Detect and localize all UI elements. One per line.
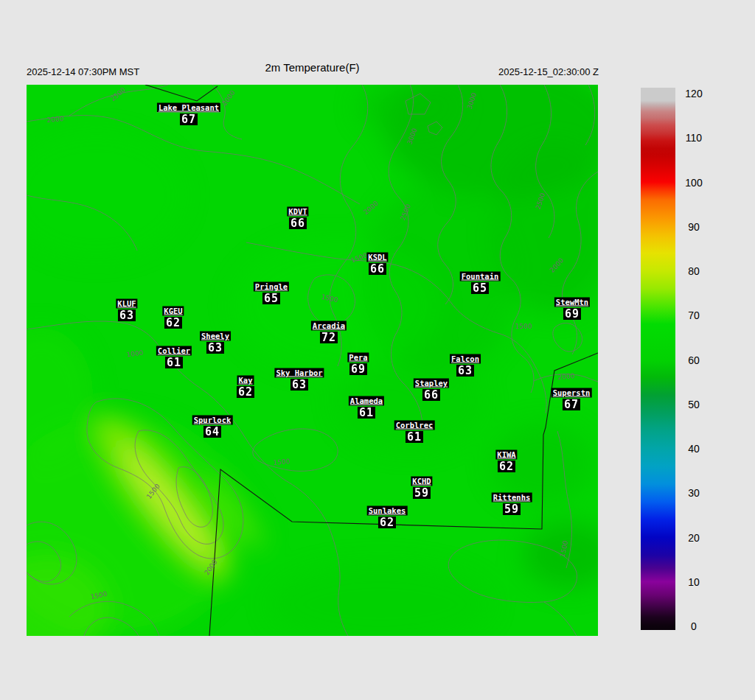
contour-elevation-label: 2000 <box>557 372 575 381</box>
station-value: 65 <box>471 282 489 294</box>
station-name: StewMtn <box>554 298 590 307</box>
station-name: Corblrec <box>394 421 435 430</box>
station-name: Kay <box>237 376 254 385</box>
station-value: 61 <box>358 407 375 419</box>
station-value: 67 <box>180 113 198 125</box>
colorbar-tick-label: 70 <box>688 309 700 321</box>
station-value: 62 <box>378 517 396 528</box>
station-name: Spurlock <box>192 416 233 425</box>
colorbar-tick-label: 100 <box>685 177 702 189</box>
station-value: 66 <box>422 389 440 401</box>
colorbar-tick-label: 0 <box>691 620 697 632</box>
colorbar-tick-label: 110 <box>686 132 702 144</box>
station-value: 67 <box>563 399 580 410</box>
station-name: Rittenhs <box>492 493 532 503</box>
colorbar-gradient <box>641 88 675 630</box>
contour-elevation-label: 1500 <box>273 458 290 466</box>
station-name: KLUF <box>116 299 137 309</box>
station-name: Stapley <box>414 379 449 388</box>
station-value: 61 <box>165 357 183 368</box>
station-value: 72 <box>320 332 338 343</box>
station-name: Falcon <box>450 354 481 364</box>
station-name: KDVT <box>287 207 308 217</box>
colorbar-tick-label: 50 <box>688 399 700 410</box>
station-name: KIWA <box>495 450 517 460</box>
station-name: KGEU <box>162 307 184 316</box>
station-name: Sky Harbor <box>274 368 324 378</box>
station-name: Arcadia <box>311 321 347 331</box>
station-value: 62 <box>164 317 182 329</box>
colorbar-tick-label: 30 <box>688 487 700 499</box>
station-value: 64 <box>203 426 221 438</box>
station-name: Fountain <box>460 272 501 281</box>
valid-time-utc: 2025-12-15_02:30:00 Z <box>498 66 599 77</box>
station-value: 66 <box>289 217 307 229</box>
station-value: 63 <box>118 309 136 321</box>
colorbar-tick-label: 20 <box>688 532 700 544</box>
contour-elevation-label: 2000 <box>46 115 64 124</box>
contour-elevation-label: 1500 <box>515 323 532 330</box>
colorbar-tick-label: 60 <box>688 354 700 366</box>
station-name: Sunlakes <box>367 506 408 516</box>
station-value: 63 <box>290 379 308 391</box>
station-value: 69 <box>563 308 581 320</box>
station-name: Pringle <box>254 282 289 292</box>
colorbar-tick-label: 90 <box>688 221 700 233</box>
station-name: Alameda <box>349 396 384 406</box>
colorbar: 1201101009080706050403020100 <box>641 88 751 630</box>
colorbar-tick-label: 40 <box>688 443 700 455</box>
station-name: Collier <box>156 346 192 356</box>
station-name: KCHD <box>411 477 432 486</box>
station-name: Lake Pleasant <box>157 103 220 113</box>
station-name: Pera <box>347 353 369 363</box>
colorbar-tick-label: 10 <box>688 576 700 588</box>
station-name: Sheely <box>200 332 231 341</box>
station-value: 69 <box>349 363 367 375</box>
station-value: 62 <box>498 461 515 472</box>
station-value: 62 <box>237 386 254 398</box>
station-name: Superstn <box>552 388 592 398</box>
station-value: 59 <box>503 503 521 515</box>
station-value: 59 <box>413 487 431 499</box>
station-name: KSDL <box>366 253 388 262</box>
colorbar-tick-label: 120 <box>685 88 702 99</box>
colorbar-tick-label: 80 <box>688 265 700 277</box>
station-value: 65 <box>262 293 280 304</box>
station-value: 61 <box>406 431 423 443</box>
temperature-map: 2000250020003000300025002000250015002000… <box>27 85 598 636</box>
station-value: 63 <box>456 365 474 377</box>
station-value: 66 <box>369 263 386 275</box>
temperature-field-svg <box>27 85 598 636</box>
station-value: 63 <box>206 342 224 354</box>
